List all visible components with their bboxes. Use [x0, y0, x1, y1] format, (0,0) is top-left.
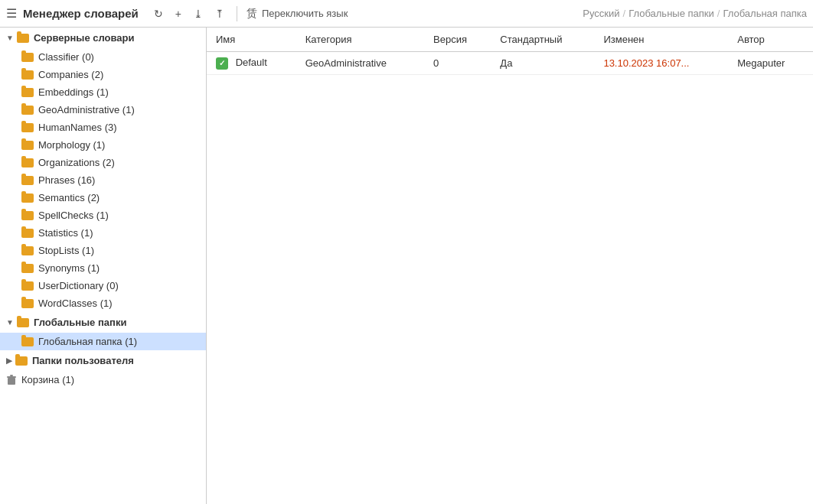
item-label: SpellChecks (1): [38, 210, 109, 221]
sidebar-item-statistics[interactable]: Statistics (1): [0, 224, 206, 242]
cell-category: GeoAdministrative: [296, 52, 424, 75]
col-header-standard[interactable]: Стандартный: [491, 28, 594, 52]
refresh-button[interactable]: ↻: [151, 6, 166, 21]
lang-icon: 赁: [247, 7, 257, 21]
sidebar-item-userdictionary[interactable]: UserDictionary (0): [0, 277, 206, 294]
sidebar-item-global-folder[interactable]: Глобальная папка (1): [0, 333, 206, 350]
folder-icon: [21, 246, 34, 255]
folder-open-icon: [17, 318, 29, 327]
item-label: HumanNames (3): [38, 122, 117, 133]
sidebar-item-semantics[interactable]: Semantics (2): [0, 189, 206, 206]
sidebar-items-global-folders: Глобальная папка (1): [0, 333, 206, 350]
app-title: Менеджер словарей: [23, 7, 139, 20]
item-label: UserDictionary (0): [38, 280, 119, 291]
sidebar-item-morphology[interactable]: Morphology (1): [0, 136, 206, 154]
section-user-folders-label: Папки пользователя: [32, 355, 134, 366]
sidebar-items-server-dicts: Classifier (0) Companies (2) Embeddings …: [0, 48, 206, 312]
sidebar-item-humannames[interactable]: HumanNames (3): [0, 119, 206, 136]
dictionaries-table: Имя Категория Версия Стандартный Изменен…: [207, 28, 813, 75]
folder-icon: [21, 211, 34, 220]
sidebar-item-trash[interactable]: Корзина (1): [0, 371, 206, 389]
folder-icon: [21, 176, 34, 185]
item-label: Synonyms (1): [38, 262, 100, 274]
breadcrumb-russian[interactable]: Русский: [583, 8, 619, 19]
sidebar-item-stoplists[interactable]: StopLists (1): [0, 242, 206, 259]
table-header-row: Имя Категория Версия Стандартный Изменен…: [207, 28, 813, 52]
item-label: Глобальная папка (1): [38, 336, 137, 347]
breadcrumb: Русский / Глобальные папки / Глобальная …: [583, 8, 807, 19]
upload-button[interactable]: ⤒: [212, 6, 227, 21]
dict-name: Default: [236, 57, 267, 68]
item-label: Morphology (1): [38, 139, 105, 151]
breadcrumb-global-folder[interactable]: Глобальная папка: [723, 8, 807, 19]
folder-open-icon: [17, 34, 29, 43]
sidebar-item-phrases[interactable]: Phrases (16): [0, 171, 206, 189]
cell-version: 0: [424, 52, 491, 75]
folder-icon: [15, 356, 28, 366]
sidebar-section-server-dicts[interactable]: ▼ Серверные словари: [0, 28, 206, 48]
item-label: WordClasses (1): [38, 298, 113, 309]
breadcrumb-global-folders[interactable]: Глобальные папки: [629, 8, 714, 19]
folder-icon: [21, 106, 34, 115]
item-label: Корзина (1): [21, 374, 74, 385]
item-label: Organizations (2): [38, 157, 115, 168]
cell-standard: Да: [491, 52, 594, 75]
col-header-author[interactable]: Автор: [728, 28, 813, 52]
section-global-folders-label: Глобальные папки: [34, 317, 127, 328]
folder-open-icon: [21, 337, 34, 346]
item-label: Statistics (1): [38, 227, 93, 239]
svg-rect-0: [8, 378, 15, 385]
arrow-icon: ▼: [6, 318, 14, 327]
table-row[interactable]: ✓ Default GeoAdministrative 0 Да 13.10.2…: [207, 52, 813, 75]
col-header-name[interactable]: Имя: [207, 28, 296, 52]
folder-icon: [21, 70, 34, 80]
sidebar-section-global-folders[interactable]: ▼ Глобальные папки: [0, 312, 206, 333]
sidebar-section-user-folders[interactable]: ▶ Папки пользователя: [0, 350, 206, 371]
cell-author: Megaputer: [728, 52, 813, 75]
folder-icon: [21, 281, 34, 291]
status-icon: ✓: [216, 57, 228, 70]
sidebar-item-wordclasses[interactable]: WordClasses (1): [0, 294, 206, 312]
svg-rect-1: [7, 376, 16, 378]
main-layout: ▼ Серверные словари Classifier (0) Compa…: [0, 28, 813, 504]
sidebar-item-embeddings[interactable]: Embeddings (1): [0, 83, 206, 101]
section-server-dicts-label: Серверные словари: [34, 32, 135, 44]
cell-modified: 13.10.2023 16:07...: [594, 52, 728, 75]
lang-button[interactable]: Переключить язык: [262, 8, 348, 19]
download-button[interactable]: ⤓: [191, 6, 206, 21]
item-label: GeoAdministrative (1): [38, 104, 135, 115]
folder-icon: [21, 158, 34, 167]
sidebar-item-companies[interactable]: Companies (2): [0, 66, 206, 83]
cell-name: ✓ Default: [207, 52, 296, 75]
menu-icon[interactable]: ☰: [6, 6, 17, 21]
sidebar-item-classifier[interactable]: Classifier (0): [0, 48, 206, 66]
col-header-modified[interactable]: Изменен: [594, 28, 728, 52]
folder-icon: [21, 53, 34, 62]
content-area: Имя Категория Версия Стандартный Изменен…: [207, 28, 813, 504]
folder-icon: [21, 141, 34, 150]
folder-icon: [21, 299, 34, 308]
item-label: Classifier (0): [38, 51, 94, 63]
arrow-icon: ▶: [6, 356, 12, 365]
modified-date: 13.10.2023 16:07...: [603, 57, 689, 69]
sidebar-item-geoadministrative[interactable]: GeoAdministrative (1): [0, 101, 206, 119]
col-header-version[interactable]: Версия: [424, 28, 491, 52]
folder-icon: [21, 88, 34, 97]
sidebar-item-synonyms[interactable]: Synonyms (1): [0, 259, 206, 277]
add-button[interactable]: +: [172, 6, 184, 21]
sidebar-item-organizations[interactable]: Organizations (2): [0, 154, 206, 171]
header-divider: [237, 6, 237, 21]
item-label: StopLists (1): [38, 245, 94, 256]
folder-icon: [21, 229, 34, 238]
sidebar-item-spellchecks[interactable]: SpellChecks (1): [0, 206, 206, 224]
trash-icon: [6, 375, 17, 385]
sidebar: ▼ Серверные словари Classifier (0) Compa…: [0, 28, 207, 504]
item-label: Embeddings (1): [38, 86, 109, 98]
item-label: Semantics (2): [38, 192, 100, 203]
lang-switcher[interactable]: 赁 Переключить язык: [247, 7, 348, 21]
arrow-icon: ▼: [6, 34, 14, 42]
col-header-category[interactable]: Категория: [296, 28, 424, 52]
folder-icon: [21, 193, 34, 203]
folder-icon: [21, 123, 34, 132]
folder-icon: [21, 264, 34, 273]
